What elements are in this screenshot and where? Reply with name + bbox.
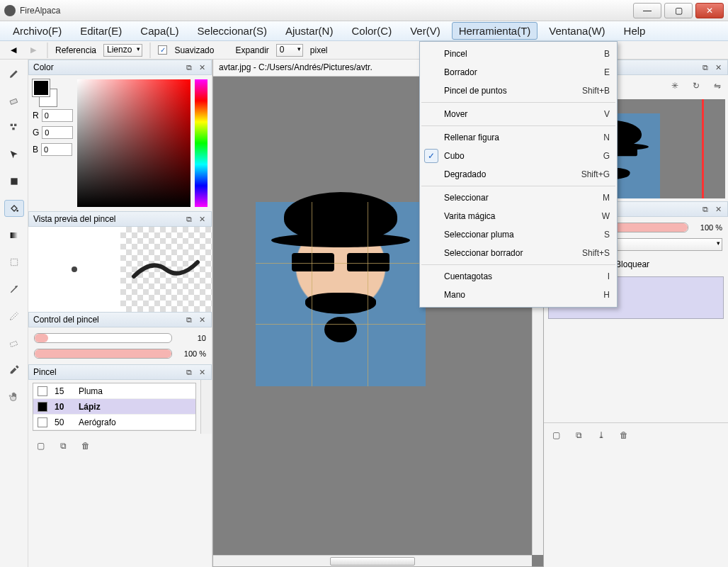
bucket-tool-icon[interactable] xyxy=(4,200,24,217)
close-icon[interactable]: ✕ xyxy=(197,315,207,325)
brushcontrol-panel-header[interactable]: Control del pincel ⧉✕ xyxy=(28,312,212,327)
undock-icon[interactable]: ⧉ xyxy=(184,315,194,325)
svg-rect-2 xyxy=(14,124,16,126)
dup-layer-icon[interactable]: ⧉ xyxy=(571,427,586,443)
brush-dot-icon xyxy=(72,266,77,272)
eraser-tool-icon[interactable] xyxy=(4,92,24,109)
menuitem-mover[interactable]: MoverV xyxy=(420,105,617,123)
delete-layer-icon[interactable]: 🗑 xyxy=(616,427,632,443)
close-button[interactable]: ✕ xyxy=(695,3,724,18)
undock-icon[interactable]: ⧉ xyxy=(700,62,710,72)
color-panel-header[interactable]: Color ⧉ ✕ xyxy=(28,60,212,75)
menuitem-degradado[interactable]: DegradadoShift+G xyxy=(420,165,617,184)
redo-icon[interactable]: ↻ xyxy=(688,78,704,94)
flip-icon[interactable]: ⇋ xyxy=(710,78,725,94)
delete-brush-icon[interactable]: 🗑 xyxy=(78,438,93,454)
brushlist-panel-header[interactable]: Pincel ⧉✕ xyxy=(28,364,212,380)
menu-ver[interactable]: Ver(V) xyxy=(403,22,448,40)
app-icon xyxy=(4,5,16,16)
opacity-slider[interactable] xyxy=(34,349,172,359)
canvas-hscroll[interactable] xyxy=(213,555,532,566)
svg-rect-7 xyxy=(11,259,17,265)
reference-select[interactable]: Lienzo xyxy=(103,44,142,57)
brushpreview-panel-header[interactable]: Vista previa del pincel ⧉✕ xyxy=(28,211,212,227)
menuitem-cubo[interactable]: ✓CuboG xyxy=(420,147,617,165)
fillshape-tool-icon[interactable] xyxy=(4,173,24,190)
svg-rect-1 xyxy=(10,124,12,126)
menu-editar[interactable]: Editar(E) xyxy=(73,22,129,40)
close-icon[interactable]: ✕ xyxy=(713,62,723,72)
menuitem-varita-mágica[interactable]: Varita mágicaW xyxy=(420,207,617,225)
mustache-drawing xyxy=(305,293,376,314)
wand-tool-icon[interactable] xyxy=(4,281,24,298)
brushlist-title: Pincel xyxy=(33,367,57,377)
brush-list[interactable]: 15Pluma10Lápiz50Aerógrafo xyxy=(33,383,196,431)
maximize-button[interactable]: ▢ xyxy=(664,3,693,18)
menuitem-pincel-de-puntos[interactable]: Pincel de puntosShift+B xyxy=(420,82,617,100)
hue-slider[interactable] xyxy=(195,79,207,207)
menuitem-borrador[interactable]: BorradorE xyxy=(420,63,617,82)
close-icon[interactable]: ✕ xyxy=(197,62,207,72)
menu-ventana[interactable]: Ventana(W) xyxy=(542,22,612,40)
gradient-tool-icon[interactable] xyxy=(4,227,24,244)
menubar: Archivo(F)Editar(E)Capa(L)Seleccionar(S)… xyxy=(0,21,728,41)
menu-seleccionar[interactable]: Seleccionar(S) xyxy=(190,22,274,40)
dotbrush-tool-icon[interactable] xyxy=(4,119,24,136)
expand-select[interactable]: 0 xyxy=(276,44,303,57)
menuitem-seleccionar[interactable]: SeleccionarM xyxy=(420,189,617,207)
menuitem-cuentagotas[interactable]: CuentagotasI xyxy=(420,267,617,286)
menuitem-seleccionar-borrador[interactable]: Seleccionar borradorShift+S xyxy=(420,244,617,262)
menu-ajustar[interactable]: Ajustar(N) xyxy=(278,22,341,40)
brush-tool-icon[interactable] xyxy=(4,65,24,82)
g-input[interactable] xyxy=(42,126,73,139)
r-input[interactable] xyxy=(42,109,73,122)
selecterase-tool-icon[interactable] xyxy=(4,335,24,352)
b-input[interactable] xyxy=(41,143,72,156)
menu-herramienta[interactable]: Herramienta(T) xyxy=(452,22,538,40)
hand-tool-icon[interactable] xyxy=(4,388,24,405)
brush-row[interactable]: 15Pluma xyxy=(33,383,195,399)
menuitem-pincel[interactable]: PincelB xyxy=(420,45,617,63)
color-field[interactable] xyxy=(77,79,190,207)
brush-preview xyxy=(28,227,212,312)
color-panel-title: Color xyxy=(33,62,54,72)
brush-row[interactable]: 10Lápiz xyxy=(33,399,195,415)
close-icon[interactable]: ✕ xyxy=(713,204,723,214)
svg-rect-4 xyxy=(11,178,17,184)
menuitem-rellenar-figura[interactable]: Rellenar figuraN xyxy=(420,128,617,147)
close-icon[interactable]: ✕ xyxy=(197,214,207,224)
new-layer-icon[interactable]: ▢ xyxy=(548,427,564,443)
brush-row[interactable]: 50Aerógrafo xyxy=(33,415,195,430)
select-tool-icon[interactable] xyxy=(4,254,24,271)
layer-opacity-value: 100 % xyxy=(693,223,722,232)
svg-rect-8 xyxy=(10,341,18,347)
move-tool-icon[interactable] xyxy=(4,146,24,163)
menu-help[interactable]: Help xyxy=(617,22,653,40)
selectpen-tool-icon[interactable] xyxy=(4,308,24,325)
menuitem-seleccionar-pluma[interactable]: Seleccionar plumaS xyxy=(420,225,617,244)
undock-icon[interactable]: ⧉ xyxy=(700,204,710,214)
fgbg-swatch[interactable] xyxy=(33,79,57,106)
size-slider[interactable] xyxy=(34,333,172,343)
menuitem-mano[interactable]: ManoH xyxy=(420,286,617,304)
brushlist-scrollbar[interactable] xyxy=(200,380,212,434)
svg-point-5 xyxy=(16,210,18,212)
undock-icon[interactable]: ⧉ xyxy=(184,214,194,224)
new-brush-icon[interactable]: ▢ xyxy=(33,438,48,454)
undock-icon[interactable]: ⧉ xyxy=(184,62,194,72)
expand-unit: pixel xyxy=(310,45,328,55)
eyedropper-tool-icon[interactable] xyxy=(4,361,24,378)
minimize-button[interactable]: — xyxy=(633,3,661,18)
menu-color[interactable]: Color(C) xyxy=(344,22,399,40)
merge-layer-icon[interactable]: ⤓ xyxy=(593,427,609,443)
next-icon[interactable]: ▶ xyxy=(27,44,40,57)
menu-archivo[interactable]: Archivo(F) xyxy=(6,22,69,40)
close-icon[interactable]: ✕ xyxy=(197,367,207,377)
menu-capa[interactable]: Capa(L) xyxy=(133,22,186,40)
undock-icon[interactable]: ⧉ xyxy=(184,367,194,377)
dup-brush-icon[interactable]: ⧉ xyxy=(55,438,71,454)
smoothing-checkbox[interactable]: ✓ xyxy=(158,45,167,55)
spinner-icon[interactable]: ✳ xyxy=(667,78,683,94)
prev-icon[interactable]: ◀ xyxy=(7,44,20,57)
tool-strip xyxy=(0,60,28,567)
